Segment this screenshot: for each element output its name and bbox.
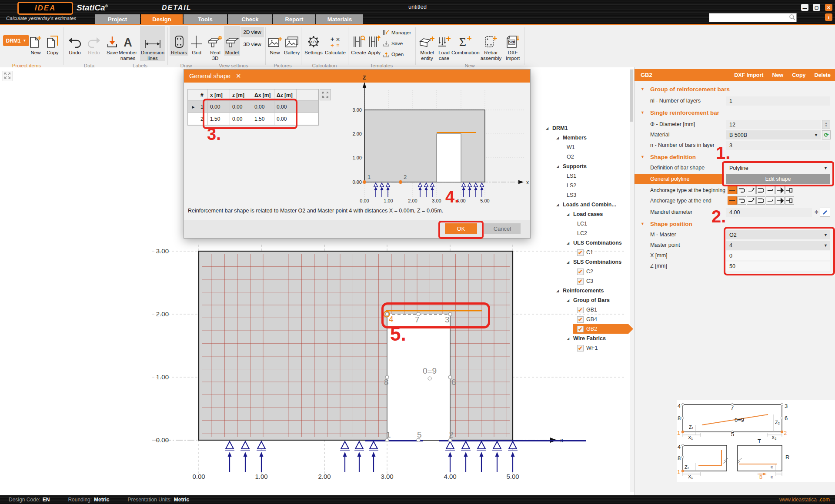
- visibility-checkbox[interactable]: ✔: [577, 326, 584, 332]
- bar-shape-dropdown[interactable]: Polyline▼: [726, 163, 830, 172]
- section-shape-position[interactable]: ▼Shape position: [635, 220, 835, 229]
- tree-item-lc2[interactable]: LC2: [541, 229, 634, 238]
- anchorage-type-icon-6[interactable]: [775, 196, 785, 205]
- anchorage-type-icon-2[interactable]: [737, 196, 746, 205]
- tree-expander-icon[interactable]: ◢: [556, 136, 563, 140]
- real-3d-button[interactable]: Real 3D: [207, 26, 224, 61]
- tree-item-o2[interactable]: O2: [541, 152, 634, 162]
- ok-button[interactable]: OK: [445, 223, 477, 234]
- tree-expander-icon[interactable]: ◢: [567, 298, 573, 302]
- master-dropdown[interactable]: O2▼: [726, 230, 830, 239]
- new-project-item-button[interactable]: New: [27, 26, 44, 56]
- close-button[interactable]: ✕: [825, 4, 832, 11]
- empty-cell[interactable]: [297, 113, 318, 125]
- z-offset-field[interactable]: 50: [726, 262, 830, 271]
- tree-expander-icon[interactable]: ◢: [567, 241, 573, 245]
- edit-pencil-button[interactable]: [820, 208, 830, 217]
- tree-item-gb1[interactable]: ✔GB1: [541, 305, 634, 315]
- info-button[interactable]: i: [825, 13, 832, 21]
- tree-item-ls3[interactable]: LS3: [541, 190, 634, 200]
- coordinate-cell[interactable]: 0.00: [274, 113, 297, 125]
- grid-toggle[interactable]: Grid: [189, 26, 204, 56]
- tree-item-ls2[interactable]: LS2: [541, 181, 634, 190]
- tree-item-w1[interactable]: W1: [541, 143, 634, 152]
- cancel-button[interactable]: Cancel: [484, 223, 521, 234]
- visibility-checkbox[interactable]: ✔: [577, 345, 584, 351]
- anchorage-type-icon-4[interactable]: [756, 196, 765, 205]
- row-index[interactable]: 2: [199, 113, 208, 125]
- tree-expander-icon[interactable]: ◢: [546, 126, 552, 130]
- rebars-toggle[interactable]: Rebars: [170, 26, 188, 56]
- redo-button[interactable]: Redo: [85, 26, 103, 56]
- tree-item-drm1[interactable]: ◢DRM1: [541, 123, 634, 133]
- diameter-field[interactable]: 12: [726, 120, 821, 129]
- anchorage-type-icon-3[interactable]: [747, 196, 756, 205]
- row-selector[interactable]: ▸: [188, 101, 199, 113]
- mandrel-diameter-field[interactable]: 4.00: [726, 208, 812, 217]
- edit-shape-button[interactable]: Edit shape: [726, 174, 830, 184]
- tree-expander-icon[interactable]: ◢: [556, 289, 563, 293]
- tree-item-wire-fabrics[interactable]: ◢Wire Fabrics: [541, 334, 634, 343]
- view-3d-toggle[interactable]: 3D view: [240, 39, 264, 50]
- tab-tools[interactable]: Tools: [184, 14, 227, 24]
- coordinate-cell[interactable]: 0.00: [230, 101, 252, 113]
- tree-expander-icon[interactable]: ◢: [567, 212, 573, 216]
- coordinate-cell[interactable]: 1.50: [252, 113, 274, 125]
- copy-project-item-button[interactable]: Copy: [43, 26, 62, 56]
- visibility-checkbox[interactable]: ✔: [577, 269, 584, 275]
- tree-expander-icon[interactable]: ◢: [567, 337, 573, 341]
- bars-in-layer-field[interactable]: 3: [726, 141, 830, 150]
- anchorage-type-icon-1[interactable]: [728, 196, 737, 205]
- anchorage-type-icon-5[interactable]: [766, 196, 775, 205]
- minimize-button[interactable]: ▬: [801, 4, 808, 11]
- table-row-1[interactable]: ▸10.000.000.000.00: [188, 101, 318, 113]
- tree-item-gb2[interactable]: ✔GB2: [541, 324, 634, 334]
- gallery-button[interactable]: Gallery: [283, 26, 301, 56]
- new-load-case-button[interactable]: Load case: [437, 26, 451, 61]
- tree-item-gb4[interactable]: ✔GB4: [541, 315, 634, 324]
- anchorage-type-icon-4[interactable]: [756, 186, 765, 194]
- x-offset-field[interactable]: 0: [726, 251, 830, 260]
- coordinate-cell[interactable]: 0.00: [252, 101, 274, 113]
- tree-item-wf1[interactable]: ✔WF1: [541, 343, 634, 353]
- tree-item-ls1[interactable]: LS1: [541, 171, 634, 181]
- tree-item-group-of-bars[interactable]: ◢Group of Bars: [541, 295, 634, 305]
- tab-check[interactable]: Check: [228, 14, 272, 24]
- tree-item-load-cases[interactable]: ◢Load cases: [541, 209, 634, 219]
- number-of-layers-field[interactable]: 1: [726, 96, 830, 106]
- anchorage-type-icon-7[interactable]: [785, 186, 794, 194]
- tree-item-c3[interactable]: ✔C3: [541, 276, 634, 286]
- calculate-button[interactable]: +✕÷= Calculate: [324, 26, 346, 56]
- tree-expander-icon[interactable]: ◢: [556, 165, 563, 169]
- template-open-button[interactable]: Open: [383, 50, 416, 59]
- material-dropdown[interactable]: B 500B▼: [726, 130, 821, 139]
- anchorage-type-icon-1[interactable]: [728, 186, 737, 194]
- dimension-lines-toggle[interactable]: Dimension lines: [140, 26, 165, 61]
- coordinate-cell[interactable]: 1.50: [208, 113, 230, 125]
- anchorage-type-icon-5[interactable]: [766, 186, 775, 194]
- new-rebar-assembly-button[interactable]: Rebar assembly: [479, 26, 503, 61]
- dialog-close-icon[interactable]: ✕: [236, 73, 241, 80]
- tree-item-c2[interactable]: ✔C2: [541, 267, 634, 276]
- tree-item-loads-and-combin-[interactable]: ◢Loads and Combin...: [541, 200, 634, 209]
- new-model-entity-button[interactable]: Model entity: [418, 26, 437, 61]
- diameter-stepper[interactable]: ▲▼: [822, 120, 830, 129]
- tree-item-supports[interactable]: ◢Supports: [541, 162, 634, 171]
- website-link[interactable]: www.ideastatica.com: [779, 497, 830, 503]
- search-icon[interactable]: [789, 14, 795, 22]
- anchorage-type-icon-6[interactable]: [775, 186, 785, 194]
- pan-expand-icon[interactable]: [3, 71, 13, 81]
- template-create-button[interactable]: Create: [351, 26, 367, 56]
- table-row-2[interactable]: 21.500.001.500.00: [188, 113, 318, 125]
- new-combination-button[interactable]: Σ Combination: [451, 26, 478, 56]
- tree-item-reinforcements[interactable]: ◢Reinforcements: [541, 286, 634, 295]
- row-selector[interactable]: [188, 113, 199, 125]
- coordinate-cell[interactable]: 0.00: [274, 101, 297, 113]
- tab-report[interactable]: Report: [273, 14, 315, 24]
- coordinate-cell[interactable]: 0.00: [208, 101, 230, 113]
- template-apply-button[interactable]: Apply: [367, 26, 382, 56]
- anchorage-type-icon-3[interactable]: [747, 186, 756, 194]
- maximize-button[interactable]: ▢: [813, 4, 820, 11]
- tree-expander-icon[interactable]: ◢: [567, 260, 573, 264]
- visibility-checkbox[interactable]: ✔: [577, 307, 584, 313]
